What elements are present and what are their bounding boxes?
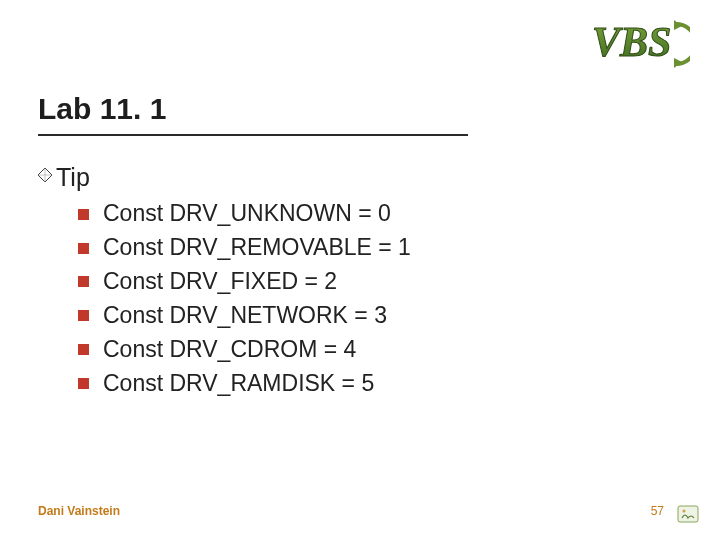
list-item: Const DRV_REMOVABLE = 1 <box>78 233 658 263</box>
list-item-label: Const DRV_REMOVABLE = 1 <box>103 233 411 263</box>
list-item-label: Const DRV_CDROM = 4 <box>103 335 356 365</box>
svg-point-8 <box>683 510 686 513</box>
square-bullet-icon <box>78 344 89 355</box>
list-item-label: Const DRV_FIXED = 2 <box>103 267 337 297</box>
content-area: Tip Const DRV_UNKNOWN = 0 Const DRV_REMO… <box>38 162 658 403</box>
list-item: Const DRV_NETWORK = 3 <box>78 301 658 331</box>
list-item: Const DRV_UNKNOWN = 0 <box>78 199 658 229</box>
footer-decoration-icon <box>676 502 700 526</box>
square-bullet-icon <box>78 276 89 287</box>
square-bullet-icon <box>78 310 89 321</box>
footer-author: Dani Vainstein <box>38 504 120 518</box>
slide-title: Lab 11. 1 <box>38 92 166 126</box>
list-item-label: Const DRV_NETWORK = 3 <box>103 301 387 331</box>
list-item: Const DRV_FIXED = 2 <box>78 267 658 297</box>
list-item-label: Const DRV_RAMDISK = 5 <box>103 369 374 399</box>
square-bullet-icon <box>78 243 89 254</box>
square-bullet-icon <box>78 378 89 389</box>
vbs-logo: VBS <box>590 16 690 72</box>
list-item: Const DRV_CDROM = 4 <box>78 335 658 365</box>
diamond-bullet-icon <box>38 168 56 186</box>
tip-label: Tip <box>56 162 90 193</box>
list-item: Const DRV_RAMDISK = 5 <box>78 369 658 399</box>
constants-list: Const DRV_UNKNOWN = 0 Const DRV_REMOVABL… <box>78 199 658 398</box>
tip-row: Tip <box>38 162 658 193</box>
page-number: 57 <box>651 504 664 518</box>
svg-text:VBS: VBS <box>592 19 671 65</box>
list-item-label: Const DRV_UNKNOWN = 0 <box>103 199 391 229</box>
square-bullet-icon <box>78 209 89 220</box>
title-underline <box>38 134 468 136</box>
svg-rect-7 <box>678 506 698 522</box>
slide: VBS Lab 11. 1 Tip Const DRV_UNKNO <box>0 0 720 540</box>
